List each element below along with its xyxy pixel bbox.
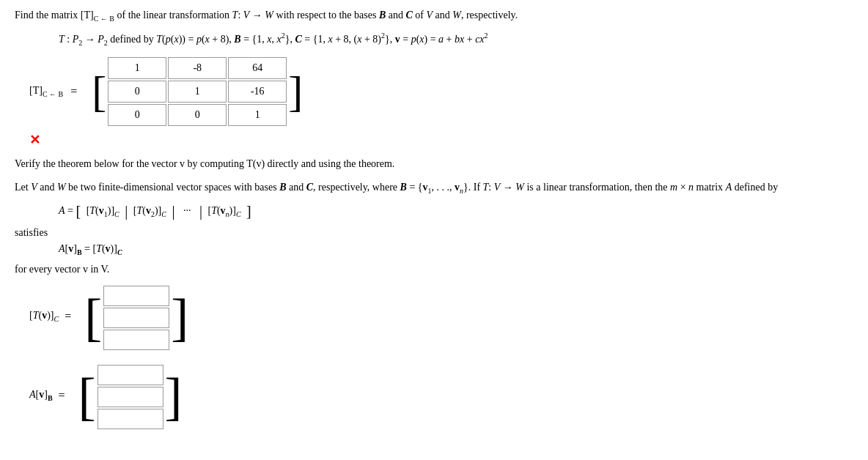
cell-input-2-2[interactable] (232, 105, 283, 125)
satisfies-equation: A[v]B = [T(v)]C (59, 243, 853, 256)
Av-equals: = (59, 389, 65, 402)
cell-1-1[interactable] (168, 81, 227, 103)
matrix-label: [T]C ← B = (29, 85, 84, 98)
matrix-equation-section: [T]C ← B = [ ] (29, 57, 853, 126)
cell-2-0[interactable] (108, 104, 166, 126)
cell-input-0-2[interactable] (232, 58, 283, 78)
Tv-label-text: [T(v)]C (29, 310, 59, 323)
header-subscript: C ← B (94, 15, 114, 23)
transform-definition: T : P2 → P2 defined by T(p(x)) = p(x + 8… (59, 32, 853, 47)
cell-input-2-1[interactable] (172, 105, 223, 125)
Tv-right-bracket: ] (171, 295, 188, 340)
Tv-cell-2[interactable] (103, 330, 169, 350)
theorem-line1: Verify the theorem below for the vector … (15, 155, 853, 173)
Av-input-2[interactable] (98, 409, 163, 429)
cell-input-0-1[interactable] (172, 58, 223, 78)
every-vector-label: for every vector v in V. (15, 264, 109, 275)
cell-input-1-2[interactable] (232, 81, 283, 102)
theorem-text-1: Verify the theorem below for the vector … (15, 158, 394, 169)
left-bracket: [ (92, 70, 106, 114)
every-vector-text: for every vector v in V. (15, 264, 853, 275)
cell-input-2-0[interactable] (111, 105, 163, 125)
Tv-input-0[interactable] (104, 286, 169, 305)
Av-input-grid (98, 365, 163, 429)
satisfies-label: satisfies (15, 227, 853, 239)
formula-A-text: A = [ [T(v1)]C | [T(v2)]C | ··· | [T(vn)… (59, 203, 251, 220)
Av-label-text: A[v]B (29, 389, 53, 402)
matrix-T-label: [T]C ← B (29, 85, 63, 98)
cell-0-2[interactable] (228, 57, 287, 79)
Av-input-0[interactable] (98, 366, 163, 385)
equals-sign: = (70, 85, 77, 98)
cell-2-2[interactable] (228, 104, 287, 126)
theorem-formula-A: A = [ [T(v1)]C | [T(v2)]C | ··· | [T(vn)… (59, 203, 853, 220)
cell-input-1-1[interactable] (172, 81, 223, 102)
matrix-grid (108, 57, 287, 126)
Tv-equals: = (65, 310, 71, 323)
cell-input-0-0[interactable] (111, 58, 163, 78)
theorem-line2: Let V and W be two finite-dimensional ve… (15, 179, 853, 197)
right-bracket: ] (288, 70, 303, 114)
error-indicator: ✕ (29, 132, 853, 148)
Av-left-bracket: [ (78, 374, 96, 419)
Av-matrix-section: A[v]B = [ ] (29, 365, 853, 429)
Av-cell-1[interactable] (98, 387, 163, 407)
error-x-symbol: ✕ (29, 133, 40, 147)
Tv-matrix-section: [T(v)]C = [ ] (29, 286, 853, 350)
cell-2-1[interactable] (168, 104, 227, 126)
problem-header: Find the matrix [T]C ← B of the linear t… (15, 7, 853, 25)
cell-1-0[interactable] (108, 81, 166, 103)
Av-label: A[v]B = (29, 389, 71, 405)
Av-input-1[interactable] (98, 387, 163, 407)
cell-0-1[interactable] (168, 57, 227, 79)
Tv-input-1[interactable] (104, 308, 169, 327)
Tv-left-bracket: [ (84, 295, 102, 340)
transform-text: T : P2 → P2 defined by T(p(x)) = p(x + 8… (59, 34, 488, 45)
satisfies-text: satisfies (15, 227, 48, 238)
Tv-cell-0[interactable] (103, 286, 169, 306)
cell-1-2[interactable] (228, 81, 287, 103)
Tv-input-2[interactable] (104, 330, 169, 349)
satisfies-formula-text: A[v]B = [T(v)]C (59, 243, 122, 254)
Av-cell-0[interactable] (98, 365, 163, 385)
Av-right-bracket: ] (165, 374, 183, 419)
Tv-cell-1[interactable] (103, 308, 169, 328)
Tv-label: [T(v)]C = (29, 310, 77, 326)
Tv-input-grid (103, 286, 169, 350)
header-text: Find the matrix [T]C ← B of the linear t… (15, 10, 518, 21)
cell-0-0[interactable] (108, 57, 166, 79)
cell-input-1-0[interactable] (111, 81, 163, 102)
Av-cell-2[interactable] (98, 409, 163, 429)
